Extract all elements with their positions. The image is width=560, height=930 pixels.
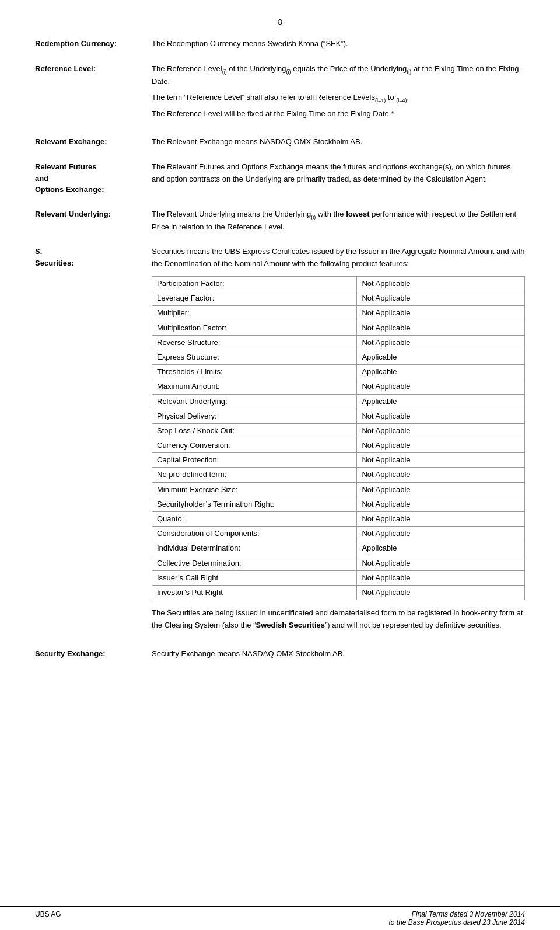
section-relevant-futures: Relevant Futures and Options Exchange: T… [35, 161, 525, 196]
label-relevant-exchange: Relevant Exchange: [35, 136, 152, 148]
feature-name: Leverage Factor: [152, 291, 357, 306]
table-row: Securityholder’s Termination Right:Not A… [152, 497, 525, 511]
page-number: 8 [35, 18, 525, 26]
table-row: Participation Factor:Not Applicable [152, 277, 525, 291]
feature-value: Not Applicable [357, 482, 525, 497]
reference-level-para2: The term “Reference Level” shall also re… [152, 92, 525, 105]
feature-value: Not Applicable [357, 570, 525, 585]
table-row: Maximum Amount:Not Applicable [152, 379, 525, 394]
securities-intro: Securities means the UBS Express Certifi… [152, 246, 525, 270]
section-reference-level: Reference Level: The Reference Level(i) … [35, 63, 525, 124]
feature-name: Individual Determination: [152, 541, 357, 556]
feature-name: Capital Protection: [152, 453, 357, 468]
feature-name: Reverse Structure: [152, 335, 357, 350]
feature-value: Not Applicable [357, 497, 525, 511]
footer-right: Final Terms dated 3 November 2014 to the… [388, 910, 525, 926]
securities-footer: The Securities are being issued in uncer… [152, 607, 525, 632]
feature-name: Relevant Underlying: [152, 394, 357, 409]
table-row: Minimum Exercise Size:Not Applicable [152, 482, 525, 497]
reference-level-para3: The Reference Level will be fixed at the… [152, 108, 525, 120]
feature-value: Not Applicable [357, 321, 525, 335]
footer-left: UBS AG [35, 910, 61, 926]
feature-name: Securityholder’s Termination Right: [152, 497, 357, 511]
feature-value: Applicable [357, 350, 525, 364]
feature-value: Applicable [357, 365, 525, 379]
feature-value: Not Applicable [357, 423, 525, 438]
content-relevant-futures: The Relevant Futures and Options Exchang… [152, 161, 525, 196]
feature-value: Not Applicable [357, 468, 525, 482]
table-row: Consideration of Components:Not Applicab… [152, 527, 525, 541]
feature-name: Investor’s Put Right [152, 585, 357, 600]
label-securities: S. Securities: [35, 246, 152, 635]
section-security-exchange: Security Exchange: Security Exchange mea… [35, 648, 525, 660]
content-reference-level: The Reference Level(i) of the Underlying… [152, 63, 525, 124]
feature-name: No pre-defined term: [152, 468, 357, 482]
feature-name: Multiplier: [152, 306, 357, 321]
label-relevant-futures-line3: Options Exchange: [35, 184, 146, 196]
table-row: Investor’s Put RightNot Applicable [152, 585, 525, 600]
table-row: Relevant Underlying:Applicable [152, 394, 525, 409]
feature-name: Express Structure: [152, 350, 357, 364]
table-row: Issuer’s Call RightNot Applicable [152, 570, 525, 585]
table-row: Leverage Factor:Not Applicable [152, 291, 525, 306]
table-row: Quanto:Not Applicable [152, 512, 525, 527]
label-relevant-futures: Relevant Futures and Options Exchange: [35, 161, 152, 196]
label-relevant-futures-line2: and [35, 173, 146, 184]
label-securities-text: Securities: [35, 257, 146, 269]
feature-value: Not Applicable [357, 409, 525, 423]
table-row: Thresholds / Limits:Applicable [152, 365, 525, 379]
feature-value: Not Applicable [357, 585, 525, 600]
feature-name: Quanto: [152, 512, 357, 527]
feature-name: Minimum Exercise Size: [152, 482, 357, 497]
feature-value: Not Applicable [357, 453, 525, 468]
feature-value: Not Applicable [357, 335, 525, 350]
table-row: Express Structure:Applicable [152, 350, 525, 364]
feature-name: Collective Determination: [152, 556, 357, 570]
feature-name: Currency Conversion: [152, 438, 357, 453]
label-security-exchange: Security Exchange: [35, 648, 152, 660]
label-redemption-currency: Redemption Currency: [35, 38, 152, 50]
table-row: Collective Determination:Not Applicable [152, 556, 525, 570]
feature-name: Thresholds / Limits: [152, 365, 357, 379]
feature-value: Not Applicable [357, 527, 525, 541]
label-reference-level: Reference Level: [35, 63, 152, 124]
feature-value: Applicable [357, 541, 525, 556]
section-relevant-exchange: Relevant Exchange: The Relevant Exchange… [35, 136, 525, 148]
content-relevant-underlying: The Relevant Underlying means the Underl… [152, 208, 525, 234]
feature-value: Not Applicable [357, 512, 525, 527]
feature-name: Multiplication Factor: [152, 321, 357, 335]
feature-value: Not Applicable [357, 277, 525, 291]
content-redemption-currency: The Redemption Currency means Swedish Kr… [152, 38, 525, 50]
table-row: Stop Loss / Knock Out:Not Applicable [152, 423, 525, 438]
table-row: Physical Delivery:Not Applicable [152, 409, 525, 423]
label-s: S. [35, 246, 146, 257]
section-relevant-underlying: Relevant Underlying: The Relevant Underl… [35, 208, 525, 234]
feature-value: Not Applicable [357, 379, 525, 394]
content-relevant-exchange: The Relevant Exchange means NASDAQ OMX S… [152, 136, 525, 148]
feature-name: Issuer’s Call Right [152, 570, 357, 585]
footer-right-line1: Final Terms dated 3 November 2014 [388, 910, 525, 918]
content-securities: Securities means the UBS Express Certifi… [152, 246, 525, 635]
table-row: Capital Protection:Not Applicable [152, 453, 525, 468]
footer-right-line2: to the Base Prospectus dated 23 June 201… [388, 918, 525, 926]
feature-name: Participation Factor: [152, 277, 357, 291]
features-table: Participation Factor:Not ApplicableLever… [152, 276, 525, 600]
feature-name: Consideration of Components: [152, 527, 357, 541]
content-security-exchange: Security Exchange means NASDAQ OMX Stock… [152, 648, 525, 660]
label-relevant-underlying: Relevant Underlying: [35, 208, 152, 234]
feature-value: Not Applicable [357, 306, 525, 321]
feature-value: Not Applicable [357, 438, 525, 453]
table-row: Multiplier:Not Applicable [152, 306, 525, 321]
feature-value: Not Applicable [357, 291, 525, 306]
footer: UBS AG Final Terms dated 3 November 2014… [0, 906, 560, 930]
reference-level-para1: The Reference Level(i) of the Underlying… [152, 63, 525, 88]
feature-name: Stop Loss / Knock Out: [152, 423, 357, 438]
table-row: Reverse Structure:Not Applicable [152, 335, 525, 350]
table-row: No pre-defined term:Not Applicable [152, 468, 525, 482]
feature-value: Applicable [357, 394, 525, 409]
section-securities: S. Securities: Securities means the UBS … [35, 246, 525, 635]
label-relevant-futures-line1: Relevant Futures [35, 161, 146, 173]
table-row: Multiplication Factor:Not Applicable [152, 321, 525, 335]
section-redemption-currency: Redemption Currency: The Redemption Curr… [35, 38, 525, 50]
feature-name: Physical Delivery: [152, 409, 357, 423]
